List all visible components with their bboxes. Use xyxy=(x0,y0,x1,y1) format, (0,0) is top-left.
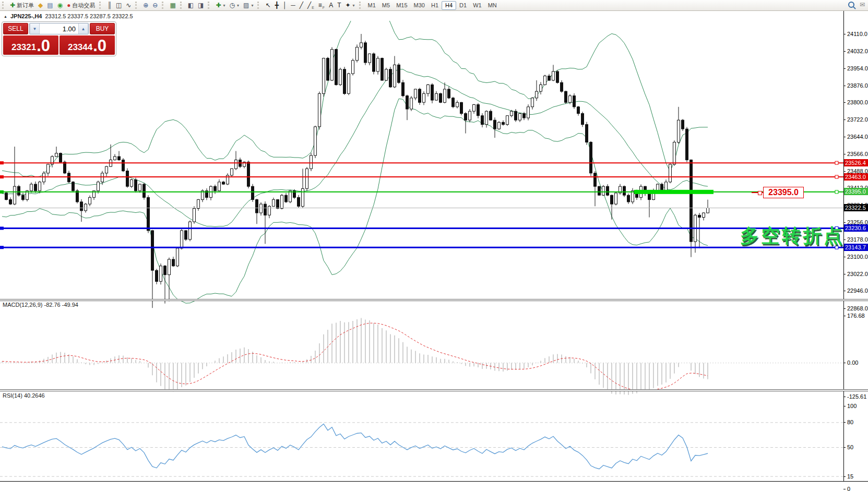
chat-icon[interactable]: ✉ xyxy=(860,1,865,8)
volume-input[interactable] xyxy=(40,23,78,34)
toolbar-grip[interactable] xyxy=(359,2,362,9)
dropdown-caret-icon[interactable]: ▾ xyxy=(237,3,239,8)
timeframe-M30[interactable]: M30 xyxy=(411,1,428,10)
vertical-line-icon: │ xyxy=(283,2,287,8)
annotation-text[interactable]: 多空转折点 xyxy=(740,223,845,249)
templates-button[interactable]: ▨▾ xyxy=(241,1,255,10)
collapse-arrow-icon[interactable]: ▲ xyxy=(4,15,7,18)
timeframe-MN[interactable]: MN xyxy=(485,1,500,10)
price-line-left-cap xyxy=(0,190,4,194)
rsi-label: RSI(14) 40.2646 xyxy=(3,392,45,399)
volume-stepper: ▼ ▲ xyxy=(29,23,89,34)
search-icon[interactable] xyxy=(848,2,854,8)
price-axis-tick-label: 24032.0 xyxy=(847,48,868,55)
equidistant-channel-button[interactable]: ╱E xyxy=(305,1,316,10)
timeframe-H4[interactable]: H4 xyxy=(442,1,456,10)
chart-window[interactable]: ▲ JPN225-,H4 23312.5 23337.5 23287.5 233… xyxy=(0,10,868,491)
zoom-in-icon: ⊕ xyxy=(143,2,148,8)
sell-button[interactable]: SELL xyxy=(3,23,28,34)
chart-symbol: JPN225-,H4 xyxy=(10,13,42,19)
toolbar-grip[interactable] xyxy=(99,2,102,9)
price-line-left-cap xyxy=(0,161,4,164)
text-label-icon: T xyxy=(337,2,341,8)
volume-increase-button[interactable]: ▲ xyxy=(78,23,88,34)
cursor-button[interactable]: ↖ xyxy=(263,1,272,10)
dropdown-caret-icon[interactable]: ▾ xyxy=(223,3,225,8)
macd-layer xyxy=(0,318,843,395)
text-label-button[interactable]: T xyxy=(335,1,343,10)
price-callout[interactable]: 23395.0 xyxy=(763,187,804,198)
timeframe-M5[interactable]: M5 xyxy=(379,1,393,10)
arrows-button[interactable]: ✦▾ xyxy=(343,1,357,10)
buy-price-decimal: .0 xyxy=(93,38,106,54)
new-order-button[interactable]: ✚新订单 xyxy=(8,1,36,10)
callout-handle[interactable] xyxy=(758,191,762,195)
zoom-out-button[interactable]: ⊖ xyxy=(150,1,160,10)
bar-chart-button[interactable]: ║ xyxy=(105,1,114,10)
vertical-line-button[interactable]: │ xyxy=(281,1,289,10)
add-indicator-button[interactable]: ✚▾ xyxy=(213,1,227,10)
toolbar-grip[interactable] xyxy=(208,2,211,9)
horizontal-line-icon: ─ xyxy=(291,2,295,8)
sell-price[interactable]: 23321 .0 xyxy=(3,35,58,55)
line-price-label: 23463.0 xyxy=(844,173,868,181)
rsi-axis-tick-label: 0 xyxy=(847,486,868,491)
buy-price[interactable]: 23344 .0 xyxy=(60,35,115,55)
sell-price-decimal: .0 xyxy=(37,38,50,54)
price-axis-tick-label: 24110.0 xyxy=(847,31,868,38)
highlight-bar xyxy=(634,190,714,194)
buy-button[interactable]: BUY xyxy=(90,23,115,34)
periods-button[interactable]: ◷▾ xyxy=(228,1,242,10)
arrange-left-button[interactable]: ◧ xyxy=(186,1,196,10)
signals-button[interactable]: ◉ xyxy=(55,1,65,10)
horizontal-line-button[interactable]: ─ xyxy=(289,1,298,10)
equidistant-channel-sub-label: E xyxy=(312,6,314,9)
chart-ohlc: 23312.5 23337.5 23287.5 23322.5 xyxy=(45,13,133,19)
zoom-in-button[interactable]: ⊕ xyxy=(141,1,150,10)
price-axis-tick-label: 23644.0 xyxy=(847,134,868,140)
text-button[interactable]: A xyxy=(327,1,335,10)
bar-chart-icon: ║ xyxy=(107,2,112,8)
toolbar-grip[interactable] xyxy=(2,2,5,9)
new-order-label: 新订单 xyxy=(17,2,34,9)
panel-separator-rsi[interactable] xyxy=(0,389,868,391)
tile-windows-button[interactable]: ▦ xyxy=(168,1,177,10)
fibonacci-button[interactable]: ≡F xyxy=(316,1,327,10)
toolbar-grip[interactable] xyxy=(257,2,260,9)
sell-price-main: 23321 xyxy=(11,41,36,54)
volume-decrease-button[interactable]: ▼ xyxy=(30,23,40,34)
toolbar-grip[interactable] xyxy=(180,2,183,9)
periods-icon: ◷ xyxy=(230,2,235,8)
line-chart-button[interactable]: ∿ xyxy=(124,1,133,10)
metaquotes-button[interactable]: ◆ xyxy=(36,1,45,10)
autotrading-label: 自动交易 xyxy=(72,2,95,9)
arrange-right-button[interactable]: ◨ xyxy=(196,1,206,10)
candlestick-chart-icon: ◫ xyxy=(116,2,122,8)
equidistant-channel-icon: ╱ xyxy=(307,2,311,8)
signals-icon: ◉ xyxy=(57,2,63,8)
market-watch-button[interactable]: ▤ xyxy=(45,1,55,10)
timeframe-W1[interactable]: W1 xyxy=(470,1,485,10)
dropdown-caret-icon[interactable]: ▾ xyxy=(251,3,253,8)
price-axis-tick-label: 23178.0 xyxy=(847,236,868,243)
timeframe-M15[interactable]: M15 xyxy=(393,1,410,10)
timeframe-D1[interactable]: D1 xyxy=(456,1,470,10)
price-line-handle xyxy=(835,190,838,194)
crosshair-button[interactable]: ╋ xyxy=(272,1,280,10)
price-line-handle xyxy=(835,161,838,164)
one-click-trading-panel: SELL ▼ ▲ BUY 23321 .0 23344 .0 xyxy=(2,21,116,56)
toolbar-grip[interactable] xyxy=(162,2,165,9)
price-line-left-cap xyxy=(0,175,4,178)
chart-canvas[interactable] xyxy=(0,10,868,491)
trendline-button[interactable]: ╱ xyxy=(298,1,305,10)
dropdown-caret-icon[interactable]: ▾ xyxy=(353,3,355,8)
market-watch-icon: ▤ xyxy=(47,2,53,8)
candlestick-chart-button[interactable]: ◫ xyxy=(114,1,124,10)
price-axis-tick-label: 23954.0 xyxy=(847,65,868,72)
panel-separator-macd[interactable] xyxy=(0,299,868,301)
toolbar-grip[interactable] xyxy=(135,2,138,9)
timeframe-H1[interactable]: H1 xyxy=(428,1,442,10)
price-line-left-cap xyxy=(0,226,4,230)
timeframe-M1[interactable]: M1 xyxy=(365,1,379,10)
autotrading-button[interactable]: ●自动交易 xyxy=(65,1,97,10)
